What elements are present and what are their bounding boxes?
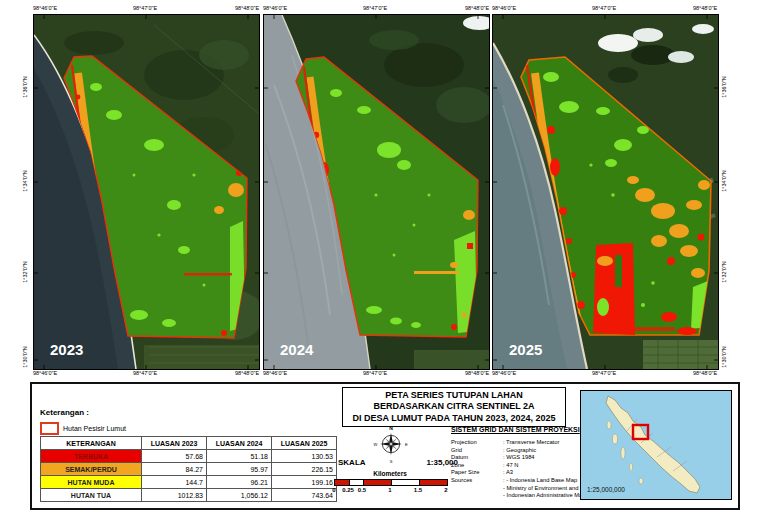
lon-label: 98°47'0"E (133, 370, 157, 376)
map-2024-svg: 2024 (264, 15, 489, 369)
scalebar (334, 479, 448, 486)
lat-label: 1°34'0"N (22, 170, 28, 191)
scalebar-segment (420, 480, 447, 485)
lon-label: 98°48'0"E (465, 370, 489, 376)
cell-value: 144.7 (142, 476, 207, 489)
lon-label: 98°48'0"E (235, 370, 259, 376)
lat-label: 1°30'0"N (721, 346, 727, 367)
projection-key: Sources (451, 477, 503, 485)
row-label-hutan-muda: HUTAN MUDA (41, 476, 142, 489)
cell-value: 226.15 (272, 463, 337, 476)
lon-label: 98°46'0"E (263, 370, 287, 376)
map-info-panel: Keterangan : Hutan Pesisir Lumut KETERAN… (30, 382, 740, 510)
row-label-hutan-tua: HUTAN TUA (41, 489, 142, 502)
lon-label: 98°46'0"E (263, 5, 287, 11)
lon-label: 98°46'0"E (33, 5, 57, 11)
scalebar-tick: 2 (444, 487, 447, 493)
legend-swatch-hutan-pesisir (40, 422, 59, 435)
lon-label: 98°47'0"E (592, 5, 616, 11)
lat-label: 1°34'0"N (721, 170, 727, 191)
projection-key: Grid (451, 447, 503, 455)
cell-value: 95.97 (207, 463, 272, 476)
map-panel-2025: 2025 (492, 14, 719, 370)
table-row: SEMAK/PERDU 84.27 95.97 226.15 (41, 463, 337, 476)
year-label: 2023 (50, 341, 83, 358)
lat-label: 1°32'0"N (22, 261, 28, 282)
table-row: TERBUKA 57.68 51.18 130.53 (41, 450, 337, 463)
scalebar-segment (335, 480, 350, 485)
lat-label: 1°36'0"N (721, 76, 727, 97)
projection-key: Datum (451, 454, 503, 462)
scale-row: SKALA 1:35,000 (338, 458, 458, 467)
cell-value: 96.21 (207, 476, 272, 489)
map-panel-2023: 2023 (33, 14, 260, 370)
map-2025-svg: 2025 (493, 15, 718, 369)
year-label: 2025 (509, 341, 542, 358)
lon-label: 98°48'0"E (693, 370, 717, 376)
lon-label: 98°48'0"E (465, 5, 489, 11)
lon-label: 98°47'0"E (592, 370, 616, 376)
lon-label: 98°47'0"E (363, 370, 387, 376)
compass-n: N (389, 425, 393, 431)
compass-e: E (405, 442, 408, 447)
scalebar-ticks: 0 0.25 0.5 1 1.5 2 (334, 487, 446, 495)
col-header: LUASAN 2024 (207, 437, 272, 450)
lat-label: 1°36'0"N (22, 76, 28, 97)
cell-value: 1,056.12 (207, 489, 272, 502)
map-title-line: BERDASARKAN CITRA SENTINEL 2A (343, 401, 565, 413)
lon-label: 98°48'0"E (693, 5, 717, 11)
projection-key: Zone (451, 462, 503, 470)
table-header-row: KETERANGAN LUASAN 2023 LUASAN 2024 LUASA… (41, 437, 337, 450)
cell-value: 1012.83 (142, 489, 207, 502)
lon-label: 98°46'0"E (492, 370, 516, 376)
table-row: HUTAN TUA 1012.83 1,056.12 743.64 (41, 489, 337, 502)
lon-label: 98°46'0"E (492, 5, 516, 11)
cell-value: 57.68 (142, 450, 207, 463)
lon-label: 98°47'0"E (363, 5, 387, 11)
row-label-semak-perdu: SEMAK/PERDU (41, 463, 142, 476)
col-header: LUASAN 2025 (272, 437, 337, 450)
map-title-line: PETA SERIES TUTUPAN LAHAN (343, 390, 565, 402)
inset-map-svg: 1:25,000,000 (581, 391, 731, 499)
inset-scale-label: 1:25,000,000 (587, 486, 625, 493)
lon-label: 98°47'0"E (133, 5, 157, 11)
scalebar-tick: 0.5 (358, 487, 366, 493)
cell-value: 84.27 (142, 463, 207, 476)
compass-w: W (374, 442, 378, 447)
scalebar-segment (350, 480, 365, 485)
map-title-block: PETA SERIES TUTUPAN LAHAN BERDASARKAN CI… (342, 387, 566, 427)
projection-key (451, 485, 503, 493)
scalebar-segment (392, 480, 420, 485)
projection-key (451, 492, 503, 500)
lon-label: 98°48'0"E (235, 5, 259, 11)
year-label: 2024 (280, 341, 314, 358)
scalebar-tick: 0.25 (342, 487, 354, 493)
lat-label: 1°30'0"N (22, 346, 28, 367)
inset-locator-map: 1:25,000,000 (580, 390, 732, 500)
cell-value: 130.53 (272, 450, 337, 463)
legend-item: Hutan Pesisir Lumut (40, 422, 126, 435)
scalebar-unit-label: Kilometers (334, 470, 446, 477)
cell-value: 743.64 (272, 489, 337, 502)
row-label-terbuka: TERBUKA (41, 450, 142, 463)
scale-label: SKALA (338, 458, 366, 467)
cell-value: 199.16 (272, 476, 337, 489)
legend-title: Keterangan : (40, 408, 89, 417)
col-header: LUASAN 2023 (142, 437, 207, 450)
lat-label: 1°32'0"N (721, 261, 727, 282)
cell-value: 51.18 (207, 450, 272, 463)
scalebar-tick: 0 (332, 487, 335, 493)
land-cover-area-table: KETERANGAN LUASAN 2023 LUASAN 2024 LUASA… (40, 436, 337, 502)
projection-key: Projection (451, 439, 503, 447)
map-layout-page: 2023 (0, 0, 768, 512)
table-row: HUTAN MUDA 144.7 96.21 199.16 (41, 476, 337, 489)
scalebar-tick: 1 (388, 487, 391, 493)
map-title-line: DI DESA LUMUT PADA TAHUN 2023, 2024, 202… (343, 413, 565, 425)
legend-item-label: Hutan Pesisir Lumut (63, 425, 126, 432)
map-2023-svg: 2023 (34, 15, 259, 369)
lon-label: 98°46'0"E (33, 370, 57, 376)
map-panel-2024: 2024 (263, 14, 490, 370)
col-header: KETERANGAN (41, 437, 142, 450)
projection-heading: SISTEM GRID DAN SISTEM PROYEKSI (451, 426, 580, 433)
scalebar-tick: 1.5 (414, 487, 422, 493)
